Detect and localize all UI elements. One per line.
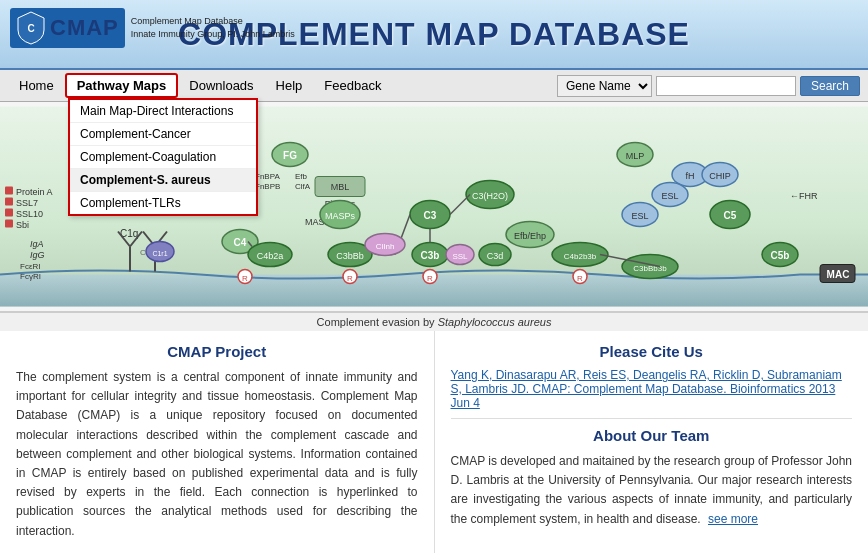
search-input[interactable] bbox=[656, 76, 796, 96]
about-text: CMAP is developed and maitained by the r… bbox=[451, 452, 853, 529]
svg-rect-5 bbox=[5, 198, 13, 206]
logo-subtitle: Complement Map Database Innate Immunity … bbox=[131, 15, 295, 40]
nav-home[interactable]: Home bbox=[8, 74, 65, 97]
svg-text:Efb/Ehp: Efb/Ehp bbox=[514, 231, 546, 241]
svg-text:R: R bbox=[242, 274, 248, 283]
cite-col: Please Cite Us Yang K, Dinasarapu AR, Re… bbox=[435, 331, 869, 553]
dropdown-item-coagulation[interactable]: Complement-Coagulation bbox=[70, 146, 256, 169]
svg-text:C4b2a: C4b2a bbox=[257, 251, 284, 261]
navbar: Home Pathway Maps Downloads Help Feedbac… bbox=[0, 70, 868, 102]
svg-text:SSL10: SSL10 bbox=[16, 209, 43, 219]
logo-area: C CMAP Complement Map Database Innate Im… bbox=[10, 8, 295, 48]
svg-rect-7 bbox=[5, 209, 13, 217]
svg-text:C4: C4 bbox=[234, 237, 247, 248]
nav-downloads[interactable]: Downloads bbox=[178, 74, 264, 97]
svg-text:R: R bbox=[577, 274, 583, 283]
svg-text:C3(H2O): C3(H2O) bbox=[472, 191, 508, 201]
svg-text:C5: C5 bbox=[724, 210, 737, 221]
svg-text:IgG: IgG bbox=[30, 250, 45, 260]
svg-text:CHIP: CHIP bbox=[709, 171, 731, 181]
svg-text:Sbi: Sbi bbox=[16, 220, 29, 230]
svg-text:Efb: Efb bbox=[295, 172, 308, 181]
svg-text:SSL: SSL bbox=[452, 252, 468, 261]
gene-name-select[interactable]: Gene Name bbox=[557, 75, 652, 97]
svg-text:ClfA: ClfA bbox=[295, 182, 311, 191]
svg-text:C3: C3 bbox=[424, 210, 437, 221]
svg-rect-3 bbox=[5, 187, 13, 195]
nav-pathway-maps[interactable]: Pathway Maps bbox=[65, 73, 179, 98]
dropdown-item-saureus[interactable]: Complement-S. aureus bbox=[70, 169, 256, 192]
logo-cmap-text: CMAP bbox=[50, 15, 119, 41]
see-more-link[interactable]: see more bbox=[708, 512, 758, 526]
dropdown-item-cancer[interactable]: Complement-Cancer bbox=[70, 123, 256, 146]
cmap-project-col: CMAP Project The complement system is a … bbox=[0, 331, 435, 553]
image-caption: Complement evasion by Staphylococcus aur… bbox=[0, 312, 868, 331]
svg-text:MLP: MLP bbox=[626, 151, 645, 161]
svg-text:FcγRI: FcγRI bbox=[20, 272, 41, 281]
svg-text:ClInh: ClInh bbox=[376, 242, 395, 251]
svg-text:C4b2b3b: C4b2b3b bbox=[564, 252, 597, 261]
svg-text:ESL: ESL bbox=[631, 211, 648, 221]
svg-text:IgA: IgA bbox=[30, 239, 44, 249]
svg-text:FnBPB: FnBPB bbox=[255, 182, 280, 191]
svg-text:C3b: C3b bbox=[421, 250, 440, 261]
cite-title: Please Cite Us bbox=[451, 343, 853, 360]
svg-text:R: R bbox=[347, 274, 353, 283]
svg-text:Protein A: Protein A bbox=[16, 187, 53, 197]
svg-text:FG: FG bbox=[283, 150, 297, 161]
nav-feedback[interactable]: Feedback bbox=[313, 74, 392, 97]
dropdown-item-main[interactable]: Main Map-Direct Interactions bbox=[70, 100, 256, 123]
cmap-project-title: CMAP Project bbox=[16, 343, 418, 360]
svg-text:MBL: MBL bbox=[331, 182, 350, 192]
svg-text:ESL: ESL bbox=[661, 191, 678, 201]
svg-text:FcεRI: FcεRI bbox=[20, 262, 40, 271]
dropdown-item-tlrs[interactable]: Complement-TLRs bbox=[70, 192, 256, 214]
shield-icon: C bbox=[16, 10, 46, 46]
svg-text:fH: fH bbox=[686, 171, 695, 181]
content-area: CMAP Project The complement system is a … bbox=[0, 331, 868, 553]
citation-link[interactable]: Yang K, Dinasarapu AR, Reis ES, Deangeli… bbox=[451, 368, 853, 410]
about-title: About Our Team bbox=[451, 427, 853, 444]
svg-text:C1r1: C1r1 bbox=[152, 250, 167, 257]
svg-text:C3bBb: C3bBb bbox=[336, 251, 364, 261]
svg-text:MASPs: MASPs bbox=[325, 211, 356, 221]
svg-text:R: R bbox=[427, 274, 433, 283]
svg-rect-9 bbox=[5, 220, 13, 228]
pathway-maps-dropdown: Main Map-Direct Interactions Complement-… bbox=[68, 98, 258, 216]
svg-text:MAC: MAC bbox=[827, 269, 850, 280]
caption-italic: Staphylococcus aureus bbox=[438, 316, 552, 328]
search-area: Gene Name Search bbox=[557, 75, 860, 97]
svg-text:←FHR: ←FHR bbox=[790, 191, 818, 201]
about-section: About Our Team CMAP is developed and mai… bbox=[451, 418, 853, 529]
cmap-project-text: The complement system is a central compo… bbox=[16, 368, 418, 541]
search-button[interactable]: Search bbox=[800, 76, 860, 96]
svg-text:SSL7: SSL7 bbox=[16, 198, 38, 208]
svg-text:C3d: C3d bbox=[487, 251, 504, 261]
svg-text:C5b: C5b bbox=[771, 250, 790, 261]
nav-help[interactable]: Help bbox=[265, 74, 314, 97]
svg-text:C: C bbox=[27, 23, 34, 34]
svg-text:FnBPA: FnBPA bbox=[255, 172, 280, 181]
logo-box: C CMAP bbox=[10, 8, 125, 48]
